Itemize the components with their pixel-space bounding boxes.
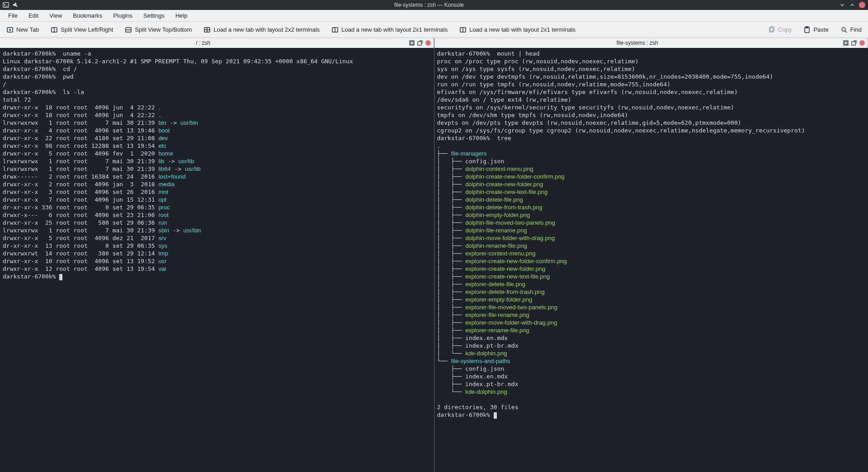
- copy-label: Copy: [778, 26, 792, 33]
- minimize-button[interactable]: [839, 2, 845, 8]
- copy-icon: [768, 26, 775, 33]
- right-tab-label: file-systems : zsh: [434, 40, 841, 46]
- search-icon: [840, 26, 848, 33]
- paste-icon: [803, 26, 811, 33]
- paste-button[interactable]: Paste: [802, 25, 830, 35]
- paste-label: Paste: [813, 26, 828, 33]
- layout-2x2-label: Load a new tab with layout 2x2 terminals: [213, 26, 320, 33]
- split-left-right-button[interactable]: Split View Left/Right: [49, 25, 115, 35]
- window-title: file-systems : zsh — Konsole: [19, 2, 839, 8]
- left-terminal[interactable]: darkstar-6700k% uname -a Linux darkstar-…: [0, 48, 434, 472]
- left-tabstrip: / : zsh: [0, 38, 434, 48]
- left-tab[interactable]: / : zsh: [0, 38, 434, 48]
- toolbar: New Tab Split View Left/Right Split View…: [0, 22, 868, 38]
- layout-2x1-b-button[interactable]: Load a new tab with layout 2x1 terminals: [458, 25, 577, 35]
- menu-bookmarks[interactable]: Bookmarks: [68, 11, 107, 20]
- left-pane: / : zsh darkstar-6700k% uname -a Linux d…: [0, 38, 434, 472]
- right-terminal[interactable]: darkstar-6700k% mount | head proc on /pr…: [434, 48, 868, 472]
- detach-icon[interactable]: [851, 40, 857, 46]
- find-button[interactable]: Find: [839, 25, 863, 35]
- focus-icon[interactable]: [843, 40, 849, 46]
- svg-point-11: [842, 28, 845, 31]
- terminal-app-icon: [3, 2, 9, 8]
- layout-2x1-a-button[interactable]: Load a new tab with layout 2x1 terminals: [330, 25, 449, 35]
- svg-rect-13: [410, 42, 413, 44]
- layout-2x1-b-icon: [459, 26, 467, 33]
- new-tab-icon: [6, 26, 14, 33]
- detach-icon[interactable]: [417, 40, 423, 46]
- menu-edit[interactable]: Edit: [24, 11, 43, 20]
- right-pane: file-systems : zsh darkstar-6700k% mount…: [434, 38, 868, 472]
- split-top-bottom-button[interactable]: Split View Top/Bottom: [123, 25, 193, 35]
- left-tab-label: / : zsh: [0, 40, 406, 46]
- layout-2x1-b-label: Load a new tab with layout 2x1 terminals: [469, 26, 576, 33]
- titlebar: file-systems : zsh — Konsole: [0, 0, 868, 10]
- menu-plugins[interactable]: Plugins: [108, 11, 137, 20]
- pin-icon[interactable]: [13, 2, 19, 8]
- split-lr-icon: [51, 26, 58, 33]
- right-tabstrip: file-systems : zsh: [434, 38, 868, 48]
- maximize-button[interactable]: [849, 2, 855, 8]
- new-tab-label: New Tab: [16, 26, 39, 33]
- svg-rect-14: [418, 42, 421, 45]
- split-lr-label: Split View Left/Right: [61, 26, 113, 33]
- close-button[interactable]: [859, 2, 865, 8]
- menu-file[interactable]: File: [4, 11, 22, 20]
- menu-view[interactable]: View: [45, 11, 66, 20]
- svg-rect-17: [852, 42, 855, 45]
- copy-button[interactable]: Copy: [766, 25, 793, 35]
- close-view-button[interactable]: [859, 40, 865, 46]
- layout-2x1-a-label: Load a new tab with layout 2x1 terminals: [341, 26, 448, 33]
- find-label: Find: [850, 26, 862, 33]
- close-view-button[interactable]: [425, 40, 431, 46]
- menu-settings[interactable]: Settings: [139, 11, 169, 20]
- split-tb-icon: [125, 26, 132, 33]
- menubar: File Edit View Bookmarks Plugins Setting…: [0, 10, 868, 22]
- focus-icon[interactable]: [409, 40, 415, 46]
- new-tab-button[interactable]: New Tab: [5, 25, 41, 35]
- split-workspace: / : zsh darkstar-6700k% uname -a Linux d…: [0, 38, 868, 472]
- menu-help[interactable]: Help: [171, 11, 192, 20]
- right-tab[interactable]: file-systems : zsh: [434, 38, 868, 48]
- svg-rect-0: [3, 3, 9, 8]
- split-tb-label: Split View Top/Bottom: [135, 26, 192, 33]
- layout-2x2-button[interactable]: Load a new tab with layout 2x2 terminals: [202, 25, 321, 35]
- layout-2x2-icon: [203, 26, 211, 33]
- layout-2x1-a-icon: [331, 26, 339, 33]
- svg-rect-16: [844, 42, 847, 44]
